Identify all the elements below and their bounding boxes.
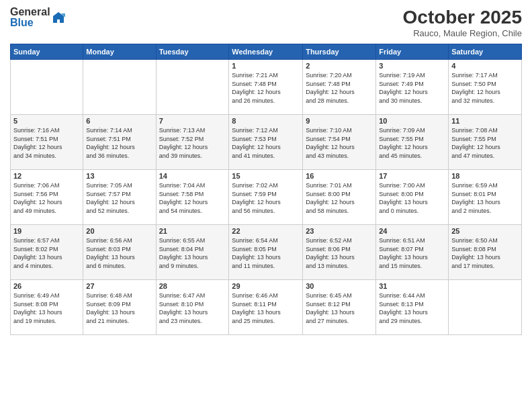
calendar-cell: 30Sunrise: 6:45 AMSunset: 8:12 PMDayligh… [303,280,376,335]
day-info: Sunrise: 7:10 AMSunset: 7:54 PMDaylight:… [306,126,373,160]
day-number: 24 [379,227,445,235]
header-tuesday: Tuesday [156,44,229,60]
calendar-cell: 16Sunrise: 7:01 AMSunset: 8:00 PMDayligh… [303,170,376,225]
day-info: Sunrise: 7:00 AMSunset: 8:00 PMDaylight:… [379,181,445,215]
header-saturday: Saturday [449,44,522,60]
week-row-4: 19Sunrise: 6:57 AMSunset: 8:02 PMDayligh… [11,225,522,280]
header-friday: Friday [376,44,449,60]
subtitle: Rauco, Maule Region, Chile [403,28,522,38]
day-info: Sunrise: 6:51 AMSunset: 8:07 PMDaylight:… [379,236,445,270]
week-row-3: 12Sunrise: 7:06 AMSunset: 7:56 PMDayligh… [11,170,522,225]
day-number: 31 [379,282,445,290]
day-info: Sunrise: 7:05 AMSunset: 7:57 PMDaylight:… [86,181,152,215]
title-area: October 2025 Rauco, Maule Region, Chile [403,7,522,38]
calendar-cell: 29Sunrise: 6:46 AMSunset: 8:11 PMDayligh… [229,280,303,335]
day-number: 15 [232,172,300,180]
day-info: Sunrise: 6:49 AMSunset: 8:08 PMDaylight:… [13,291,80,325]
day-info: Sunrise: 7:20 AMSunset: 7:48 PMDaylight:… [306,71,373,105]
month-title: October 2025 [403,7,522,28]
day-number: 2 [306,62,373,70]
calendar-cell: 24Sunrise: 6:51 AMSunset: 8:07 PMDayligh… [376,225,449,280]
day-number: 28 [159,282,226,290]
calendar-cell: 23Sunrise: 6:52 AMSunset: 8:06 PMDayligh… [303,225,376,280]
calendar-cell: 2Sunrise: 7:20 AMSunset: 7:48 PMDaylight… [303,60,376,115]
day-number: 16 [306,172,373,180]
day-info: Sunrise: 7:04 AMSunset: 7:58 PMDaylight:… [159,181,226,215]
header-sunday: Sunday [11,44,83,60]
calendar-cell [156,60,229,115]
calendar-cell: 5Sunrise: 7:16 AMSunset: 7:51 PMDaylight… [11,115,83,170]
calendar-cell: 7Sunrise: 7:13 AMSunset: 7:52 PMDaylight… [156,115,229,170]
day-info: Sunrise: 7:19 AMSunset: 7:49 PMDaylight:… [379,71,445,105]
calendar-cell: 13Sunrise: 7:05 AMSunset: 7:57 PMDayligh… [83,170,156,225]
day-info: Sunrise: 7:12 AMSunset: 7:53 PMDaylight:… [232,126,300,160]
calendar-cell [449,280,522,335]
calendar-cell: 18Sunrise: 6:59 AMSunset: 8:01 PMDayligh… [449,170,522,225]
calendar-cell: 28Sunrise: 6:47 AMSunset: 8:10 PMDayligh… [156,280,229,335]
day-number: 10 [379,117,445,125]
logo-general: General [10,7,50,17]
calendar-cell [11,60,83,115]
day-number: 21 [159,227,226,235]
day-number: 25 [451,227,519,235]
day-number: 8 [232,117,300,125]
calendar-cell: 19Sunrise: 6:57 AMSunset: 8:02 PMDayligh… [11,225,83,280]
header-row: Sunday Monday Tuesday Wednesday Thursday… [11,44,522,60]
header-monday: Monday [83,44,156,60]
header-thursday: Thursday [303,44,376,60]
day-info: Sunrise: 7:08 AMSunset: 7:55 PMDaylight:… [451,126,519,160]
day-info: Sunrise: 6:52 AMSunset: 8:06 PMDaylight:… [306,236,373,270]
calendar-table: Sunday Monday Tuesday Wednesday Thursday… [10,44,522,335]
day-number: 13 [86,172,152,180]
day-info: Sunrise: 6:47 AMSunset: 8:10 PMDaylight:… [159,291,226,325]
calendar-cell: 4Sunrise: 7:17 AMSunset: 7:50 PMDaylight… [449,60,522,115]
day-number: 9 [306,117,373,125]
day-info: Sunrise: 6:57 AMSunset: 8:02 PMDaylight:… [13,236,80,270]
day-info: Sunrise: 7:06 AMSunset: 7:56 PMDaylight:… [13,181,80,215]
day-number: 7 [159,117,226,125]
day-info: Sunrise: 6:56 AMSunset: 8:03 PMDaylight:… [86,236,152,270]
day-number: 14 [159,172,226,180]
calendar-cell: 17Sunrise: 7:00 AMSunset: 8:00 PMDayligh… [376,170,449,225]
day-number: 29 [232,282,300,290]
logo: General Blue [10,7,65,28]
day-number: 19 [13,227,80,235]
calendar-cell: 8Sunrise: 7:12 AMSunset: 7:53 PMDaylight… [229,115,303,170]
day-info: Sunrise: 7:13 AMSunset: 7:52 PMDaylight:… [159,126,226,160]
day-number: 22 [232,227,300,235]
day-number: 18 [451,172,519,180]
day-info: Sunrise: 7:02 AMSunset: 7:59 PMDaylight:… [232,181,300,215]
week-row-5: 26Sunrise: 6:49 AMSunset: 8:08 PMDayligh… [11,280,522,335]
day-number: 6 [86,117,152,125]
logo-text: General Blue [10,7,50,28]
calendar-cell: 25Sunrise: 6:50 AMSunset: 8:08 PMDayligh… [449,225,522,280]
day-info: Sunrise: 6:46 AMSunset: 8:11 PMDaylight:… [232,291,300,325]
day-number: 17 [379,172,445,180]
day-info: Sunrise: 7:16 AMSunset: 7:51 PMDaylight:… [13,126,80,160]
day-number: 23 [306,227,373,235]
day-info: Sunrise: 7:17 AMSunset: 7:50 PMDaylight:… [451,71,519,105]
week-row-1: 1Sunrise: 7:21 AMSunset: 7:48 PMDaylight… [11,60,522,115]
calendar-cell [83,60,156,115]
day-info: Sunrise: 6:55 AMSunset: 8:04 PMDaylight:… [159,236,226,270]
page-header: General Blue October 2025 Rauco, Maule R… [10,7,522,38]
calendar-cell: 14Sunrise: 7:04 AMSunset: 7:58 PMDayligh… [156,170,229,225]
day-number: 27 [86,282,152,290]
day-info: Sunrise: 6:59 AMSunset: 8:01 PMDaylight:… [451,181,519,215]
calendar-cell: 12Sunrise: 7:06 AMSunset: 7:56 PMDayligh… [11,170,83,225]
calendar-cell: 11Sunrise: 7:08 AMSunset: 7:55 PMDayligh… [449,115,522,170]
day-info: Sunrise: 7:09 AMSunset: 7:55 PMDaylight:… [379,126,445,160]
calendar-cell: 1Sunrise: 7:21 AMSunset: 7:48 PMDaylight… [229,60,303,115]
day-info: Sunrise: 6:44 AMSunset: 8:13 PMDaylight:… [379,291,445,325]
calendar-cell: 3Sunrise: 7:19 AMSunset: 7:49 PMDaylight… [376,60,449,115]
week-row-2: 5Sunrise: 7:16 AMSunset: 7:51 PMDaylight… [11,115,522,170]
logo-icon [52,11,65,24]
day-number: 30 [306,282,373,290]
calendar-cell: 21Sunrise: 6:55 AMSunset: 8:04 PMDayligh… [156,225,229,280]
calendar-cell: 20Sunrise: 6:56 AMSunset: 8:03 PMDayligh… [83,225,156,280]
day-number: 5 [13,117,80,125]
day-info: Sunrise: 7:14 AMSunset: 7:51 PMDaylight:… [86,126,152,160]
day-number: 20 [86,227,152,235]
day-info: Sunrise: 6:50 AMSunset: 8:08 PMDaylight:… [451,236,519,270]
day-info: Sunrise: 6:54 AMSunset: 8:05 PMDaylight:… [232,236,300,270]
